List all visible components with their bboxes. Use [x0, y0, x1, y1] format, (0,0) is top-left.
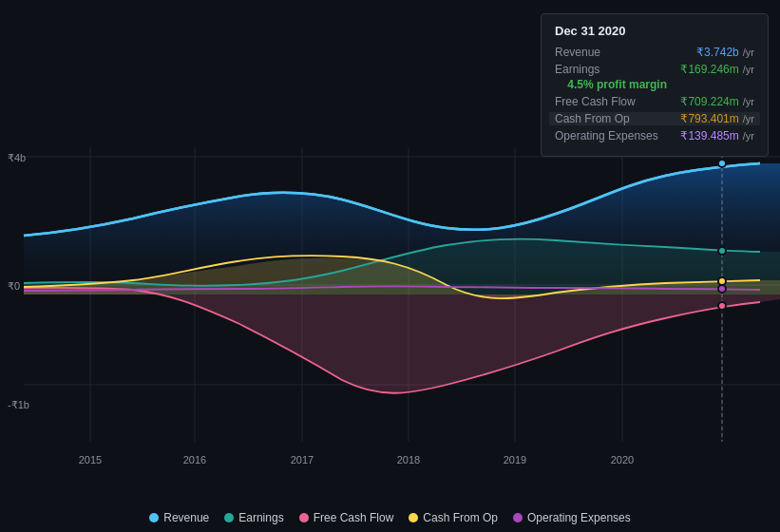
svg-point-19 — [718, 285, 726, 293]
tooltip-cashop-label: Cash From Op — [555, 112, 630, 125]
tooltip-card: Dec 31 2020 Revenue ₹3.742b /yr Earnings… — [541, 13, 769, 157]
svg-point-16 — [718, 247, 726, 255]
svg-point-17 — [718, 277, 726, 285]
tooltip-revenue-label: Revenue — [555, 46, 600, 59]
tooltip-earnings-row: Earnings ₹169.246m /yr — [555, 63, 754, 76]
legend-dot-revenue — [149, 513, 159, 522]
svg-text:2019: 2019 — [504, 454, 526, 466]
tooltip-revenue-unit: /yr — [743, 47, 754, 58]
tooltip-revenue-amount: ₹3.742b — [696, 46, 739, 59]
legend-dot-cashop — [409, 513, 418, 522]
tooltip-earnings-label: Earnings — [555, 63, 599, 76]
legend-label-earnings: Earnings — [238, 511, 283, 524]
legend-item-earnings[interactable]: Earnings — [224, 511, 283, 524]
svg-text:2017: 2017 — [291, 454, 314, 466]
svg-text:2018: 2018 — [397, 454, 420, 466]
legend-item-cashop[interactable]: Cash From Op — [409, 511, 498, 524]
tooltip-opex-label: Operating Expenses — [555, 129, 658, 142]
svg-text:₹4b: ₹4b — [8, 152, 26, 163]
tooltip-fcf-amount: ₹709.224m — [680, 95, 738, 108]
svg-text:2020: 2020 — [611, 454, 634, 466]
chart-container: Dec 31 2020 Revenue ₹3.742b /yr Earnings… — [0, 0, 780, 532]
tooltip-opex-value: ₹139.485m /yr — [680, 129, 754, 142]
chart-legend: Revenue Earnings Free Cash Flow Cash Fro… — [0, 511, 780, 524]
legend-dot-fcf — [299, 513, 309, 522]
legend-label-opex: Operating Expenses — [527, 511, 631, 524]
svg-point-18 — [718, 302, 726, 310]
tooltip-revenue-value: ₹3.742b /yr — [696, 46, 754, 59]
tooltip-earnings-value: ₹169.246m /yr — [680, 63, 754, 76]
tooltip-fcf-unit: /yr — [743, 96, 754, 107]
tooltip-fcf-row: Free Cash Flow ₹709.224m /yr — [555, 95, 754, 108]
tooltip-opex-row: Operating Expenses ₹139.485m /yr — [555, 129, 754, 142]
tooltip-cashop-value: ₹793.401m /yr — [680, 112, 754, 125]
svg-text:2015: 2015 — [79, 454, 102, 466]
tooltip-revenue-row: Revenue ₹3.742b /yr — [555, 46, 754, 59]
tooltip-opex-amount: ₹139.485m — [680, 129, 738, 142]
tooltip-cashop-unit: /yr — [743, 113, 754, 124]
legend-item-revenue[interactable]: Revenue — [149, 511, 209, 524]
tooltip-fcf-value: ₹709.224m /yr — [680, 95, 754, 108]
legend-label-cashop: Cash From Op — [423, 511, 498, 524]
svg-point-15 — [718, 160, 726, 167]
legend-item-opex[interactable]: Operating Expenses — [513, 511, 631, 524]
svg-text:₹0: ₹0 — [8, 280, 20, 292]
tooltip-cashop-row: Cash From Op ₹793.401m /yr — [549, 112, 760, 125]
profit-margin-row: 4.5% profit margin — [555, 78, 754, 91]
svg-text:2016: 2016 — [183, 454, 206, 466]
legend-label-fcf: Free Cash Flow — [314, 511, 394, 524]
legend-label-revenue: Revenue — [163, 511, 209, 524]
legend-item-fcf[interactable]: Free Cash Flow — [299, 511, 394, 524]
tooltip-opex-unit: /yr — [743, 130, 754, 142]
tooltip-earnings-amount: ₹169.246m — [680, 63, 738, 76]
legend-dot-opex — [513, 513, 523, 522]
tooltip-fcf-label: Free Cash Flow — [555, 95, 636, 108]
tooltip-cashop-amount: ₹793.401m — [680, 112, 738, 125]
tooltip-date: Dec 31 2020 — [555, 24, 754, 38]
svg-text:-₹1b: -₹1b — [8, 399, 29, 410]
legend-dot-earnings — [224, 513, 234, 522]
tooltip-earnings-unit: /yr — [743, 64, 754, 75]
